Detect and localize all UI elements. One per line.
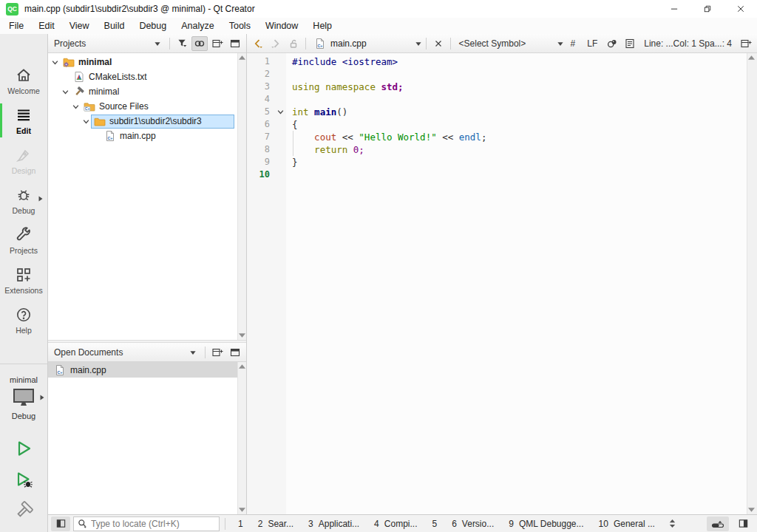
menu-debug[interactable]: Debug xyxy=(132,18,174,34)
close-pane-button[interactable] xyxy=(227,36,243,51)
close-button[interactable] xyxy=(724,0,757,18)
split-icon xyxy=(211,38,223,50)
tree-item-minimal[interactable]: minimal xyxy=(48,55,246,69)
editor-scrollbar[interactable] xyxy=(747,53,757,514)
open-document-selector[interactable]: C+ main.cpp xyxy=(310,38,422,50)
line-number[interactable]: 4 xyxy=(247,93,275,106)
split-pane-button[interactable] xyxy=(209,345,225,360)
open-documents-scrollbar[interactable] xyxy=(237,362,246,514)
line-ending-indicator[interactable]: LF xyxy=(582,38,602,49)
tree-item-source-files[interactable]: C+Source Files xyxy=(48,99,246,114)
output-pane-6[interactable]: 6Versio... xyxy=(444,516,501,531)
code-area[interactable]: #include <iostream> using namespace std;… xyxy=(286,53,747,514)
code-editor[interactable]: 12345678910 #include <iostream> using na… xyxy=(247,53,757,514)
fold-column[interactable] xyxy=(275,53,286,514)
cpp-file-icon: C+ xyxy=(314,38,326,50)
line-number[interactable]: 10 xyxy=(247,168,275,181)
output-pane-label: Versio... xyxy=(462,519,494,529)
close-document-button[interactable] xyxy=(430,36,447,51)
file-lock-button[interactable] xyxy=(285,36,302,51)
close-pane-button[interactable] xyxy=(227,345,243,360)
line-number[interactable]: 6 xyxy=(247,118,275,131)
run-button[interactable] xyxy=(13,438,35,459)
output-pane-arrows-icon[interactable] xyxy=(668,518,676,529)
go-forward-button[interactable] xyxy=(268,36,284,51)
menu-analyze[interactable]: Analyze xyxy=(174,18,221,34)
output-pane-1[interactable]: 1 xyxy=(231,516,251,531)
kit-selector[interactable]: minimal Debug xyxy=(0,375,47,420)
link-icon xyxy=(194,38,206,50)
line-number[interactable]: 7 xyxy=(247,131,275,143)
line-number[interactable]: 8 xyxy=(247,143,275,156)
tree-item-subdir1-subdir2-subdir3[interactable]: subdir1\subdir2\subdir3 xyxy=(48,114,246,129)
menu-help[interactable]: Help xyxy=(305,18,339,34)
mode-welcome[interactable]: Welcome xyxy=(0,61,47,100)
tree-item-label: CMakeLists.txt xyxy=(89,72,147,82)
tree-expander-icon[interactable] xyxy=(50,57,60,67)
scroll-up-icon xyxy=(239,364,245,369)
file-properties-button[interactable] xyxy=(622,36,638,51)
split-pane-button[interactable] xyxy=(209,36,225,51)
output-pane-3[interactable]: 3Applicati... xyxy=(301,516,367,531)
menu-window[interactable]: Window xyxy=(258,18,305,34)
cursor-position-indicator[interactable]: Line: ...Col: 1 Spa...: 4 xyxy=(639,38,736,49)
tree-item-minimal[interactable]: minimal xyxy=(48,84,246,99)
toggle-left-sidebar-button[interactable] xyxy=(51,516,70,531)
minimize-button[interactable] xyxy=(657,0,690,18)
tree-item-cmakelists-txt[interactable]: CMakeLists.txt xyxy=(48,69,246,84)
menu-build[interactable]: Build xyxy=(97,18,132,34)
mode-debug[interactable]: Debug xyxy=(0,180,47,220)
output-pane-5[interactable]: 5 xyxy=(424,516,444,531)
tree-expander-icon[interactable] xyxy=(60,86,70,97)
tree-expander-icon[interactable] xyxy=(70,101,81,112)
build-button[interactable] xyxy=(13,500,35,521)
scroll-down-icon xyxy=(748,508,755,512)
project-tree-scrollbar[interactable] xyxy=(237,53,246,340)
tree-item-label: main.cpp xyxy=(120,131,156,141)
mode-extensions[interactable]: Extensions xyxy=(0,260,47,300)
menu-edit[interactable]: Edit xyxy=(31,18,62,34)
open-document-main-cpp[interactable]: C+main.cpp xyxy=(48,362,237,378)
synchronize-with-editor-button[interactable] xyxy=(191,36,208,51)
locator-input[interactable] xyxy=(91,519,216,529)
tree-item-main-cpp[interactable]: C+main.cpp xyxy=(48,129,246,143)
encoding-icon xyxy=(606,38,618,50)
projects-panel-title[interactable]: Projects xyxy=(54,38,148,49)
menu-file[interactable]: File xyxy=(1,18,31,34)
output-pane-10[interactable]: 10General ... xyxy=(591,516,662,531)
line-number[interactable]: 2 xyxy=(247,68,275,81)
go-back-button[interactable] xyxy=(250,36,266,51)
open-documents-title[interactable]: Open Documents xyxy=(54,347,183,358)
menu-tools[interactable]: Tools xyxy=(222,18,258,34)
run-debug-button[interactable] xyxy=(13,469,35,490)
encoding-button[interactable] xyxy=(604,36,620,51)
locator[interactable] xyxy=(73,516,220,531)
mode-edit[interactable]: Edit xyxy=(0,100,47,140)
output-pane-4[interactable]: 4Compi... xyxy=(367,516,424,531)
tree-expander-icon[interactable] xyxy=(81,116,91,126)
fold-marker-icon[interactable] xyxy=(275,106,286,118)
menu-view[interactable]: View xyxy=(62,18,97,34)
restore-button[interactable] xyxy=(690,0,724,18)
editor-gutter[interactable]: 12345678910 xyxy=(247,53,275,514)
line-number[interactable]: 5 xyxy=(247,106,275,118)
output-pane-9[interactable]: 9QML Debugge... xyxy=(501,516,591,531)
line-number[interactable]: 1 xyxy=(247,55,275,68)
fold-cell xyxy=(275,93,286,106)
progress-details-button[interactable] xyxy=(707,516,729,531)
output-pane-2[interactable]: 2Sear... xyxy=(251,516,301,531)
fold-cell xyxy=(275,168,286,181)
hash-indicator[interactable]: # xyxy=(566,38,581,49)
line-number[interactable]: 3 xyxy=(247,81,275,93)
projects-pane-dropdown-button[interactable] xyxy=(149,36,166,51)
line-number[interactable]: 9 xyxy=(247,156,275,168)
mode-help[interactable]: Help xyxy=(0,300,47,340)
filter-tree-button[interactable] xyxy=(174,36,190,51)
mode-projects[interactable]: Projects xyxy=(0,220,47,260)
toggle-right-sidebar-button[interactable] xyxy=(732,516,754,531)
split-editor-button[interactable] xyxy=(738,36,754,51)
symbol-selector[interactable]: <Select Symbol> xyxy=(455,38,564,49)
toolbar-separator xyxy=(169,38,170,50)
mode-label: Projects xyxy=(10,246,38,255)
open-documents-dropdown-button[interactable] xyxy=(185,345,201,360)
